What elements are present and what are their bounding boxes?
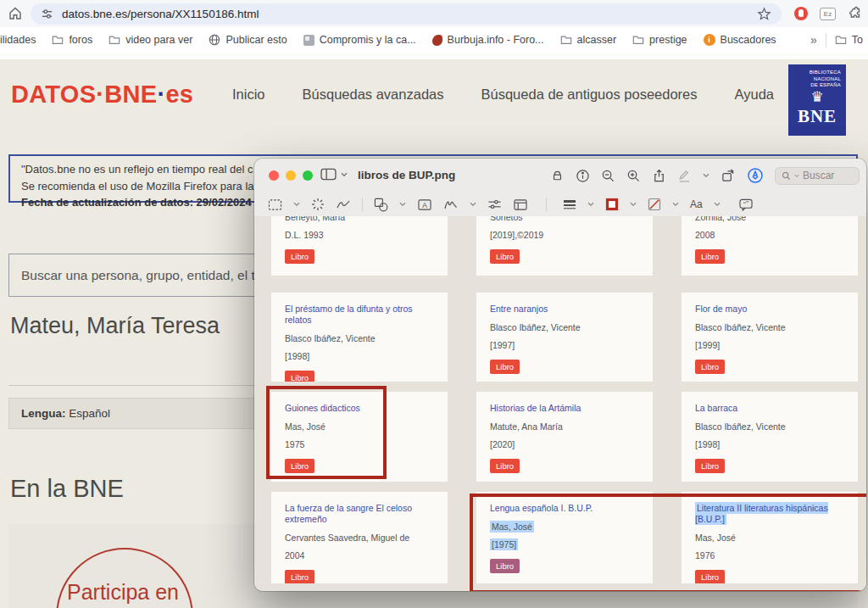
red-annotation-rectangle bbox=[470, 494, 866, 591]
chevron-down-icon[interactable] bbox=[470, 202, 476, 207]
bookmark-compromis[interactable]: Compromis y la ca... bbox=[303, 34, 416, 46]
book-year: [1998] bbox=[285, 351, 434, 361]
chevron-down-icon[interactable] bbox=[399, 202, 406, 207]
red-annotation-rectangle bbox=[266, 386, 387, 479]
book-year: [1999] bbox=[695, 340, 844, 350]
zoom-out-icon[interactable] bbox=[601, 169, 615, 183]
adblock-icon[interactable] bbox=[794, 7, 808, 20]
lengua-value: Español bbox=[66, 407, 111, 420]
frame-icon[interactable] bbox=[513, 198, 528, 211]
svg-text:“”: “” bbox=[743, 199, 748, 207]
bookmarks-bar: ilidades foros video para ver Publicar e… bbox=[0, 27, 868, 53]
book-title: La fuerza de la sangre El celoso extreme… bbox=[285, 503, 434, 525]
nav-antiguos-poseedores[interactable]: Búsqueda de antiguos poseedores bbox=[481, 86, 698, 103]
bookmark-publicar[interactable]: Publicar esto bbox=[209, 34, 287, 46]
chevron-down-icon[interactable] bbox=[293, 202, 300, 207]
libro-badge: Libro bbox=[285, 371, 314, 382]
site-info-icon[interactable] bbox=[41, 8, 53, 20]
bne-acronym: BNE bbox=[793, 106, 841, 127]
logo-blue-dot: · bbox=[157, 81, 165, 108]
nav-busquedas-avanzadas[interactable]: Búsquedas avanzadas bbox=[303, 86, 444, 103]
participa-text: Participa en bbox=[56, 580, 190, 605]
site-favicon-red bbox=[432, 35, 442, 46]
signature-icon[interactable] bbox=[443, 198, 459, 210]
line-style-icon[interactable] bbox=[563, 199, 576, 210]
divider bbox=[362, 198, 363, 211]
bookmark-star-icon[interactable] bbox=[757, 7, 771, 21]
highlighter-icon[interactable] bbox=[550, 169, 565, 183]
divider bbox=[826, 33, 826, 47]
nav-ayuda[interactable]: Ayuda bbox=[735, 86, 775, 103]
fill-color-icon[interactable] bbox=[648, 198, 661, 211]
preview-window[interactable]: libros de BUP.png bbox=[254, 159, 866, 591]
chevron-down-icon[interactable] bbox=[703, 173, 709, 178]
preview-search-field[interactable]: Buscar bbox=[775, 167, 860, 185]
chevron-down-icon[interactable] bbox=[714, 202, 721, 207]
fullscreen-button[interactable] bbox=[303, 170, 313, 181]
bne-logo[interactable]: BIBLIOTECA NACIONAL DE ESPAÑA ♛ BNE bbox=[788, 64, 846, 136]
bookmark-folder-foros[interactable]: foros bbox=[52, 34, 92, 46]
bookmark-buscadores[interactable]: i Buscadores bbox=[704, 34, 776, 46]
bookmark-folder-video[interactable]: video para ver bbox=[108, 34, 192, 46]
extensions-puzzle-icon[interactable] bbox=[848, 6, 863, 21]
book-author: Blasco Ibáñez, Vicente bbox=[490, 322, 639, 332]
sidebar-toggle[interactable] bbox=[320, 168, 348, 181]
shapes-icon[interactable] bbox=[374, 198, 388, 212]
border-color-icon[interactable] bbox=[605, 198, 619, 211]
book-title: El préstamo de la difunta y otros relato… bbox=[285, 304, 434, 326]
book-card: Sonetos [2019],©2019 Libro bbox=[476, 216, 653, 276]
chevron-down-icon bbox=[341, 172, 348, 177]
book-card: El préstamo de la difunta y otros relato… bbox=[271, 293, 448, 382]
info-icon[interactable] bbox=[576, 169, 590, 183]
text-style-icon[interactable]: Aa bbox=[690, 198, 703, 210]
share-icon[interactable] bbox=[652, 169, 666, 183]
chevron-down-icon[interactable] bbox=[672, 202, 679, 207]
page-top-strip bbox=[0, 53, 868, 59]
book-author: Sonetos bbox=[490, 216, 639, 222]
sidebar-toggle-icon bbox=[320, 168, 337, 181]
chevron-down-icon[interactable] bbox=[630, 202, 637, 207]
section-title-en-la-bne: En la BNE bbox=[10, 475, 124, 503]
minimize-button[interactable] bbox=[286, 170, 296, 181]
annotation-comment-icon[interactable]: “” bbox=[738, 198, 754, 211]
nav-inicio[interactable]: Inicio bbox=[232, 86, 265, 103]
book-author: Zorrilla, José bbox=[695, 216, 844, 222]
book-author: Matute, Ana María bbox=[490, 421, 639, 432]
bookmark-folder-alcasser[interactable]: alcasser bbox=[560, 34, 617, 46]
sketch-icon[interactable] bbox=[336, 198, 351, 210]
markup-pencil-icon[interactable] bbox=[677, 169, 692, 183]
site-logo[interactable]: DATOS·BNE·es bbox=[11, 81, 193, 109]
book-author: Beneyto, María bbox=[285, 216, 434, 222]
chevron-down-icon bbox=[794, 174, 799, 178]
book-author: Blasco Ibáñez, Vicente bbox=[285, 333, 434, 343]
crown-icon: ♛ bbox=[793, 89, 841, 106]
book-year: [2020] bbox=[490, 439, 639, 449]
adjust-icon[interactable] bbox=[487, 198, 502, 210]
instant-alpha-wand-icon[interactable] bbox=[311, 198, 325, 211]
bookmark-burbuja[interactable]: Burbuja.info - Foro... bbox=[432, 34, 544, 46]
ez-extension-icon[interactable]: Ez bbox=[820, 8, 836, 20]
book-card: Zorrilla, José 2008 Libro bbox=[682, 216, 858, 276]
bookmark-folder-prestige[interactable]: prestige bbox=[632, 34, 687, 46]
address-bar[interactable]: datos.bne.es/persona/XX1150186.html bbox=[31, 3, 782, 25]
markup-toolbar: A Aa “” bbox=[254, 192, 866, 216]
home-icon[interactable] bbox=[8, 6, 23, 21]
markup-pen-active-icon[interactable] bbox=[747, 167, 764, 184]
close-button[interactable] bbox=[269, 170, 279, 181]
window-title: libros de BUP.png bbox=[358, 169, 455, 181]
book-card: Beneyto, María D.L. 1993 Libro bbox=[271, 216, 448, 276]
rotate-icon[interactable] bbox=[721, 169, 736, 183]
preview-titlebar: libros de BUP.png bbox=[254, 159, 866, 217]
search-icon bbox=[782, 171, 791, 181]
libro-badge: Libro bbox=[490, 459, 520, 473]
bookmark-folder-to[interactable]: To bbox=[835, 34, 863, 46]
bookmarks-overflow-chevron[interactable]: » bbox=[810, 33, 817, 47]
url-text[interactable]: datos.bne.es/persona/XX1150186.html bbox=[62, 8, 757, 20]
text-box-icon[interactable]: A bbox=[417, 198, 432, 211]
book-year: [2019],©2019 bbox=[490, 230, 639, 240]
book-year: [1997] bbox=[490, 340, 639, 350]
bookmark-item[interactable]: ilidades bbox=[0, 34, 36, 46]
zoom-in-icon[interactable] bbox=[626, 169, 641, 183]
selection-rect-icon[interactable] bbox=[268, 198, 282, 211]
chevron-down-icon[interactable] bbox=[587, 202, 594, 207]
